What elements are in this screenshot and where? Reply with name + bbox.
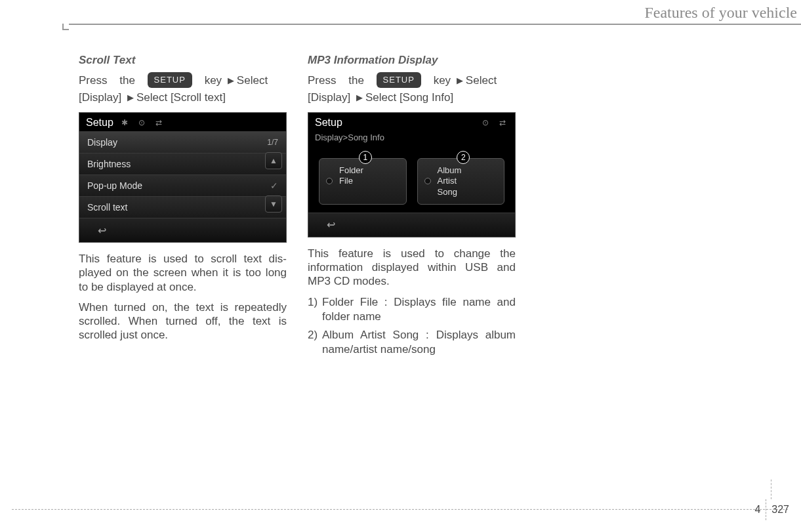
opt-line: Album: [438, 165, 462, 175]
header-rule-tab: [62, 24, 69, 30]
page-header-title: Features of your vehicle: [644, 4, 797, 22]
txt: Press: [79, 74, 107, 87]
txt: Select [Song Info]: [365, 91, 453, 104]
option-folder-file[interactable]: 1 Folder File: [319, 158, 407, 205]
paragraph: This feature is used to scroll text dis­…: [79, 252, 287, 294]
option-group: 1 Folder File 2 Album Artist Song: [308, 152, 515, 213]
triangle-icon: ▶: [354, 92, 365, 102]
scroll-up-button[interactable]: ▲: [265, 152, 282, 169]
option-album-artist-song[interactable]: 2 Album Artist Song: [417, 158, 505, 205]
scroll-down-button[interactable]: ▼: [265, 195, 282, 213]
heading-mp3-info: MP3 Information Display: [308, 54, 516, 67]
header-rule: [62, 24, 801, 25]
screenshot-scroll-text: Setup ✱ ⊙ ⇄ Display 1/7 Brightness ▶ Pop…: [79, 112, 287, 243]
list-text: Folder File : Displays file name and fol…: [322, 295, 516, 324]
column-mp3-info: MP3 Information Display Press the SETUP …: [308, 54, 516, 361]
txt: key: [434, 74, 451, 87]
list-item: 1) Folder File : Displays file name and …: [308, 295, 516, 324]
list-number: 1): [308, 295, 322, 324]
opt-line: Artist: [438, 176, 457, 186]
txt: [Display]: [79, 91, 121, 104]
row-count: 1/7: [267, 138, 278, 147]
instruction-scroll-text: Press the SETUP key ▶Select [Display] ▶S…: [79, 72, 287, 106]
opt-line: File: [339, 176, 353, 186]
heading-scroll-text: Scroll Text: [79, 54, 287, 67]
txt: Select: [237, 74, 268, 87]
instruction-mp3-info: Press the SETUP key ▶Select [Display] ▶S…: [308, 72, 516, 106]
page-divider-up: [771, 480, 771, 499]
row-label: Display: [87, 137, 117, 148]
txt: the: [348, 74, 364, 87]
breadcrumb: Display>Song Info: [308, 131, 515, 148]
row-label: Brightness: [87, 159, 131, 169]
numbered-list: 1) Folder File : Displays file name and …: [308, 295, 516, 357]
page-number: 327: [766, 504, 789, 516]
opt-line: Folder: [339, 165, 363, 175]
scroll-arrows: ▲ ▼: [265, 152, 282, 213]
back-button[interactable]: ↩: [89, 224, 115, 237]
triangle-icon: ▶: [454, 75, 466, 85]
callout-badge-1: 1: [359, 151, 372, 164]
screenshot-titlebar: Setup ⊙ ⇄: [308, 113, 515, 131]
txt: the: [119, 74, 135, 87]
status-icon: ⊙: [138, 118, 148, 127]
setup-key-badge: SETUP: [377, 72, 421, 88]
txt: Select: [466, 74, 497, 87]
back-row: ↩: [308, 213, 515, 237]
content-columns: Scroll Text Press the SETUP key ▶Select …: [79, 54, 762, 361]
screenshot-title: Setup: [315, 117, 342, 129]
page-number-box: 4 327: [754, 499, 789, 520]
radio-icon: [424, 178, 431, 184]
status-icon: ⊙: [482, 118, 491, 127]
link-icon: ⇄: [499, 118, 508, 127]
list-text: Album Artist Song : Displays album name/…: [322, 328, 516, 357]
paragraph: This feature is used to change the infor…: [308, 247, 516, 289]
txt: key: [205, 74, 222, 87]
callout-badge-2: 2: [457, 151, 470, 164]
row-label: Pop-up Mode: [87, 180, 142, 191]
triangle-icon: ▶: [225, 75, 237, 85]
bluetooth-icon: ✱: [121, 118, 131, 127]
link-icon: ⇄: [155, 118, 165, 127]
radio-icon: [326, 178, 333, 184]
paragraph: When turned on, the text is repeat­edly …: [79, 300, 287, 342]
footer-rule: [12, 509, 788, 510]
section-number: 4: [754, 504, 766, 516]
column-scroll-text: Scroll Text Press the SETUP key ▶Select …: [79, 54, 287, 361]
menu-row-display[interactable]: Display 1/7: [79, 131, 286, 153]
row-label: Scroll text: [87, 202, 127, 213]
txt: [Display]: [308, 91, 350, 104]
screenshot-title: Setup: [86, 117, 113, 129]
txt: Select [Scroll text]: [136, 91, 226, 104]
list-item: 2) Album Artist Song : Displays album na…: [308, 328, 516, 357]
back-button[interactable]: ↩: [318, 218, 344, 232]
opt-line: Song: [438, 187, 457, 197]
menu-row-brightness[interactable]: Brightness ▶: [79, 153, 286, 174]
page: Features of your vehicle Scroll Text Pre…: [0, 0, 801, 532]
screenshot-song-info: Setup ⊙ ⇄ Display>Song Info 1 Folder Fil…: [308, 112, 516, 237]
menu-row-scroll-text[interactable]: Scroll text ✓: [79, 196, 286, 218]
txt: Press: [308, 74, 336, 87]
menu-row-popup[interactable]: Pop-up Mode ✓: [79, 174, 286, 196]
setup-key-badge: SETUP: [148, 72, 192, 88]
triangle-icon: ▶: [125, 92, 136, 102]
list-number: 2): [308, 328, 322, 357]
footer: [12, 509, 788, 510]
back-row: ↩: [79, 218, 286, 242]
screenshot-titlebar: Setup ✱ ⊙ ⇄: [79, 113, 286, 131]
